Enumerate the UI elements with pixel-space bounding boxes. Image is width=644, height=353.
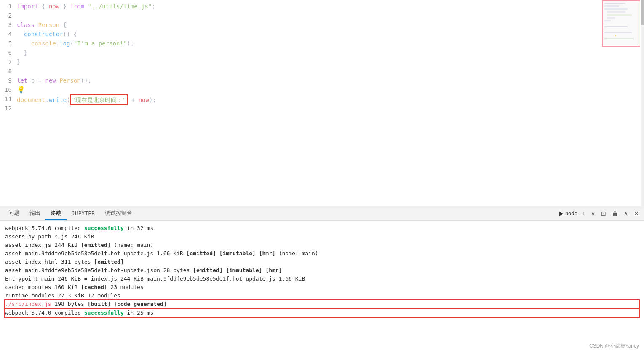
- line-number-2: 2: [3, 11, 12, 20]
- line-number-10: 10: [3, 85, 12, 94]
- tab-output[interactable]: 输出: [24, 207, 45, 220]
- terminal-line-8: runtime modules 27.3 KiB 12 modules: [5, 291, 639, 300]
- minimap: [602, 0, 640, 46]
- highlighted-string: "现在是北京时间：": [70, 96, 128, 103]
- code-lines: import { now } from "../utils/time.js";c…: [17, 2, 644, 113]
- terminal-line-4: asset index.html 311 bytes [emitted]: [5, 258, 639, 266]
- scrollbar-right[interactable]: [641, 0, 644, 206]
- code-line-5: console.log("I'm a person!");: [17, 39, 644, 48]
- line-number-3: 3: [3, 20, 12, 29]
- svg-rect-9: [604, 32, 632, 33]
- terminal-line-6: Entrypoint main 246 KiB = index.js 244 K…: [5, 275, 639, 283]
- code-line-7: }: [17, 57, 644, 67]
- svg-rect-7: [604, 20, 611, 21]
- code-line-6: }: [17, 48, 644, 57]
- terminal-tabs-bar: 问题 输出 终端 JUPYTER 调试控制台 ▶ node + ∨ ⊡ 🗑 ∧ …: [0, 206, 644, 221]
- terminal-node-label: node: [565, 210, 577, 217]
- tab-terminal[interactable]: 终端: [45, 207, 67, 220]
- editor-area: 123456789101112 import { now } from "../…: [0, 0, 644, 206]
- terminal-line-10: webpack 5.74.0 compiled successfully in …: [5, 309, 639, 317]
- tab-toolbar: ▶ node + ∨ ⊡ 🗑 ∧ ✕: [559, 209, 641, 218]
- code-line-2: [17, 11, 644, 20]
- maximize-button[interactable]: ∧: [622, 209, 630, 218]
- tab-problems[interactable]: 问题: [3, 207, 24, 220]
- code-line-8: [17, 67, 644, 76]
- svg-rect-10: [615, 35, 616, 36]
- add-terminal-button[interactable]: +: [580, 209, 587, 218]
- svg-rect-2: [604, 5, 619, 7]
- line-number-12: 12: [3, 104, 12, 113]
- delete-terminal-button[interactable]: 🗑: [610, 209, 620, 218]
- terminal-line-7: cached modules 160 KiB [cached] 23 modul…: [5, 283, 639, 291]
- tab-jupyter[interactable]: JUPYTER: [67, 208, 100, 220]
- code-line-1: import { now } from "../utils/time.js";: [17, 2, 644, 11]
- terminal-line-5: asset main.9fddfe9eb5de58e5de1f.hot-upda…: [5, 266, 639, 275]
- line-number-5: 5: [3, 39, 12, 48]
- split-terminal-button[interactable]: ⊡: [599, 209, 608, 218]
- code-line-10: 💡: [17, 85, 644, 94]
- terminal-line-9: ./src/index.js 198 bytes [built] [code g…: [5, 300, 639, 308]
- line-number-6: 6: [3, 48, 12, 57]
- lightbulb-icon: 💡: [17, 86, 25, 94]
- terminal-area: 问题 输出 终端 JUPYTER 调试控制台 ▶ node + ∨ ⊡ 🗑 ∧ …: [0, 206, 644, 353]
- line-numbers: 123456789101112: [0, 2, 17, 113]
- code-line-4: constructor() {: [17, 29, 644, 39]
- csdn-watermark: CSDN @小绵杨Yancy: [589, 342, 639, 350]
- code-line-9: let p = new Person();: [17, 76, 644, 85]
- node-button[interactable]: ▶ node: [559, 210, 577, 217]
- svg-rect-4: [607, 11, 625, 13]
- svg-rect-3: [604, 8, 628, 10]
- terminal-content: webpack 5.74.0 compiled successfully in …: [0, 221, 644, 353]
- svg-rect-0: [602, 0, 640, 47]
- svg-rect-5: [607, 14, 632, 16]
- scrollbar-thumb[interactable]: [641, 0, 644, 25]
- line-number-8: 8: [3, 67, 12, 76]
- line-number-7: 7: [3, 57, 12, 67]
- svg-rect-11: [604, 38, 634, 39]
- terminal-line-3: asset main.9fddfe9eb5de58e5de1f.hot-upda…: [5, 249, 639, 258]
- svg-rect-8: [604, 26, 628, 27]
- code-line-11: document.write("现在是北京时间：" + now);: [17, 94, 644, 104]
- terminal-node-icon: ▶: [559, 210, 564, 217]
- terminal-line-0: webpack 5.74.0 compiled successfully in …: [5, 224, 639, 233]
- code-container: 123456789101112 import { now } from "../…: [0, 0, 644, 113]
- line-number-4: 4: [3, 29, 12, 39]
- line-number-11: 11: [3, 94, 12, 104]
- close-terminal-button[interactable]: ✕: [632, 209, 641, 218]
- line-number-1: 1: [3, 2, 12, 11]
- line-number-9: 9: [3, 76, 12, 85]
- svg-rect-6: [607, 17, 615, 19]
- terminal-line-2: asset index.js 244 KiB [emitted] (name: …: [5, 241, 639, 249]
- code-line-3: class Person {: [17, 20, 644, 29]
- svg-rect-1: [604, 3, 625, 4]
- dropdown-button[interactable]: ∨: [589, 209, 597, 218]
- tab-debug-console[interactable]: 调试控制台: [100, 207, 137, 220]
- terminal-line-1: assets by path *.js 246 KiB: [5, 233, 639, 241]
